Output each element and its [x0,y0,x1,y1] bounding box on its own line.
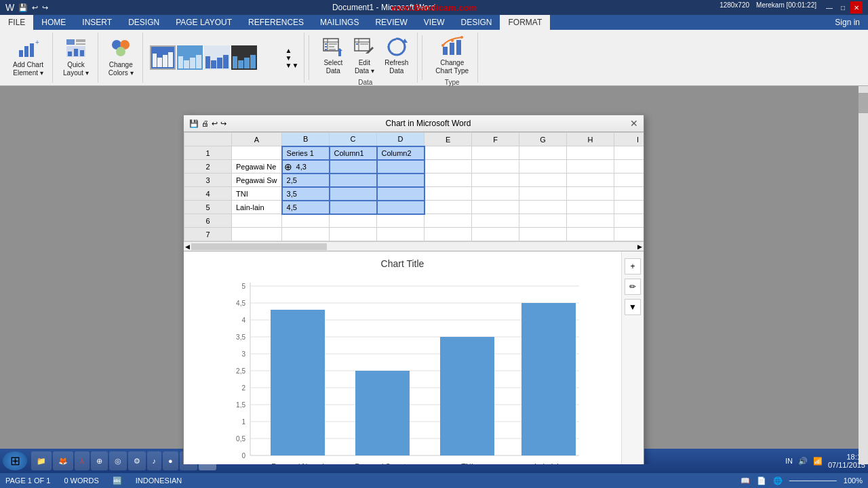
cell-b3[interactable]: 2,5 [282,174,330,187]
cell-a2[interactable]: Pegawai Ne [232,160,282,174]
taskbar-network[interactable]: 📶 [813,457,823,466]
cell-g1[interactable] [519,146,567,160]
cell-b1[interactable]: Series 1 [282,146,330,160]
chart-filters-btn[interactable]: ▼ [625,299,641,315]
taskbar-volume[interactable]: 🔊 [798,457,808,466]
ss-scroll-right[interactable]: ▶ [636,243,644,250]
taskbar-app2[interactable]: ⊕ [91,451,108,470]
cell-b2[interactable]: ⊕ 4,3 [282,160,330,174]
cell-f4[interactable] [472,187,519,201]
cell-d5[interactable] [377,201,425,214]
taskbar-app3[interactable]: ◎ [109,451,127,470]
cell-h3[interactable] [567,174,614,187]
cell-c4[interactable] [330,187,377,201]
cell-c2[interactable] [330,160,377,174]
cell-h6[interactable] [567,214,614,228]
cell-f5[interactable] [472,201,519,214]
tab-chart-design[interactable]: DESIGN [452,15,500,30]
cell-h1[interactable] [567,146,614,160]
cell-i4[interactable] [614,187,644,201]
cell-b5[interactable]: 4,5 [282,201,330,214]
chart-style-3[interactable] [204,45,230,70]
dialog-save-btn[interactable]: 💾 [189,119,199,128]
cell-c6[interactable] [330,214,377,228]
cell-a5[interactable]: Lain-lain [232,201,282,214]
cell-c7[interactable] [330,228,377,241]
cell-a1[interactable] [232,146,282,160]
tab-insert[interactable]: INSERT [74,15,120,30]
edit-data-btn[interactable]: EditData ▾ [350,34,378,77]
chart-style-4[interactable] [231,45,257,70]
dialog-undo-btn[interactable]: ↩ [212,119,218,128]
cell-e3[interactable] [425,174,472,187]
cell-b4[interactable]: 3,5 [282,187,330,201]
cell-h4[interactable] [567,187,614,201]
cell-f1[interactable] [472,146,519,160]
cell-f7[interactable] [472,228,519,241]
cell-e6[interactable] [425,214,472,228]
taskbar-browser[interactable]: 🦊 [53,451,73,470]
close-btn[interactable]: ✕ [850,1,863,14]
ss-hscroll-thumb[interactable] [191,243,327,250]
cell-c1[interactable]: Column1 [330,146,377,160]
quick-access-save[interactable]: 💾 [18,3,28,12]
quick-layout-btn[interactable]: QuickLayout ▾ [60,36,92,79]
cell-g6[interactable] [519,214,567,228]
status-read-mode[interactable]: 📖 [741,476,750,485]
status-zoom-level[interactable]: 100% [844,476,863,485]
tab-file[interactable]: FILE [0,15,33,30]
start-button[interactable]: ⊞ [3,451,27,470]
tab-design[interactable]: DESIGN [120,15,167,30]
cell-i1[interactable] [614,146,644,160]
select-data-btn[interactable]: SelectData [319,34,347,77]
chart-styles-btn[interactable]: ✏ [625,279,641,295]
status-language[interactable]: INDONESIAN [136,476,182,485]
cell-b6[interactable] [282,214,330,228]
cell-f6[interactable] [472,214,519,228]
cell-h7[interactable] [567,228,614,241]
tab-home[interactable]: HOME [33,15,74,30]
cell-h2[interactable] [567,160,614,174]
status-zoom-slider[interactable]: ───────── [789,476,837,485]
taskbar-app6[interactable]: ● [163,451,178,470]
cell-c5[interactable] [330,201,377,214]
scrollbar-thumb[interactable] [859,93,868,113]
tab-review[interactable]: REVIEW [367,15,415,30]
cell-f2[interactable] [472,160,519,174]
chart-elements-btn[interactable]: + [625,258,641,274]
dialog-close-btn[interactable]: ✕ [630,118,638,129]
cell-i5[interactable] [614,201,644,214]
cell-f3[interactable] [472,174,519,187]
change-colors-btn[interactable]: ChangeColors ▾ [105,36,137,79]
tab-view[interactable]: VIEW [416,15,453,30]
dialog-print-btn[interactable]: 🖨 [201,119,209,127]
cell-i2[interactable] [614,160,644,174]
cell-e7[interactable] [425,228,472,241]
cell-d2[interactable] [377,160,425,174]
taskbar-files[interactable]: 📁 [31,451,52,470]
tab-references[interactable]: REFERENCES [240,15,312,30]
cell-a7[interactable] [232,228,282,241]
quick-access-redo[interactable]: ↪ [42,3,48,12]
cell-a6[interactable] [232,214,282,228]
cell-e2[interactable] [425,160,472,174]
dialog-redo-btn[interactable]: ↪ [220,119,226,128]
add-chart-element-btn[interactable]: + Add ChartElement ▾ [9,36,47,79]
cell-d6[interactable] [377,214,425,228]
cell-i7[interactable] [614,228,644,241]
gallery-down[interactable]: ▼ [285,54,299,62]
cell-i6[interactable] [614,214,644,228]
cell-e1[interactable] [425,146,472,160]
gallery-more[interactable]: ▼▼ [285,62,299,69]
cell-g4[interactable] [519,187,567,201]
cell-g5[interactable] [519,201,567,214]
status-web-view[interactable]: 🌐 [773,476,783,485]
cell-c3[interactable] [330,174,377,187]
tab-mailings[interactable]: MAILINGS [312,15,367,30]
tab-page-layout[interactable]: PAGE LAYOUT [167,15,240,30]
tab-format[interactable]: FORMAT [500,15,550,30]
ss-hscroll[interactable]: ◀ ▶ [184,241,644,251]
cell-g2[interactable] [519,160,567,174]
cell-d7[interactable] [377,228,425,241]
cell-h5[interactable] [567,201,614,214]
